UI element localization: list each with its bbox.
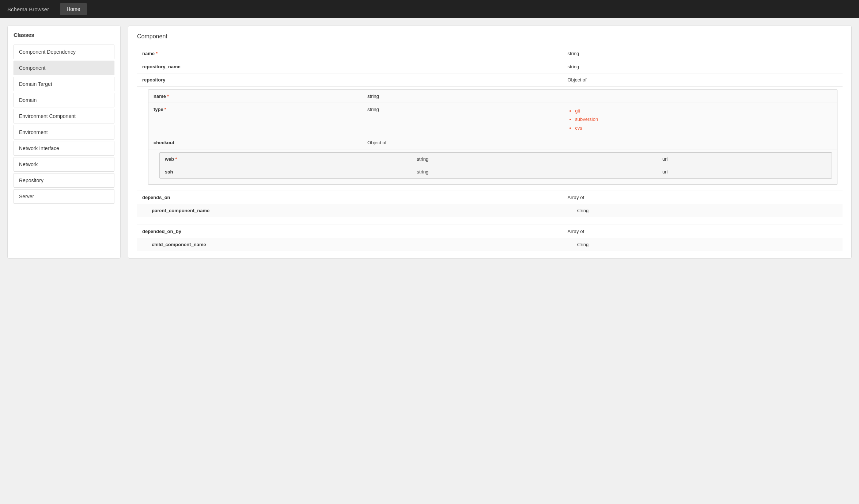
sidebar-item-component-dependency[interactable]: Component Dependency	[14, 45, 114, 59]
repo-field-name-checkout: checkout	[148, 136, 362, 149]
checkout-field-name-web: web*	[160, 153, 412, 165]
enum-item-subversion: subversion	[575, 115, 832, 123]
spacer-row-1	[137, 217, 843, 225]
field-row-repository: repository Object of	[137, 73, 843, 87]
depends-on-child-type: string	[563, 204, 734, 217]
checkout-field-extra-ssh: uri	[657, 165, 832, 178]
field-extra-name	[734, 47, 843, 60]
field-type-repository: Object of	[563, 73, 734, 87]
sidebar-item-server[interactable]: Server	[14, 189, 114, 204]
depends-on-child-name: parent_component_name	[137, 204, 563, 217]
repo-field-enum-type: git subversion cvs	[563, 103, 837, 136]
sidebar-item-domain-target[interactable]: Domain Target	[14, 77, 114, 91]
repository-nested-row: name* string type*	[137, 87, 843, 191]
field-extra-repository	[734, 73, 843, 87]
depended-on-by-child-type: string	[563, 238, 734, 251]
sidebar-item-domain[interactable]: Domain	[14, 93, 114, 107]
sidebar: Classes Component Dependency Component D…	[7, 26, 121, 259]
checkout-field-name-ssh: ssh	[160, 165, 412, 178]
field-type-depends-on: Array of	[563, 191, 734, 204]
checkout-nested-row: web* string uri	[148, 149, 837, 185]
sidebar-list: Component Dependency Component Domain Ta…	[14, 45, 114, 204]
checkout-field-row-ssh: ssh string uri	[160, 165, 832, 178]
repo-field-type-name: string	[362, 90, 563, 103]
enum-list-type: git subversion cvs	[568, 107, 832, 132]
repo-field-type-checkout: Object of	[362, 136, 563, 149]
content-panel: Component name* string repository_name s…	[128, 26, 852, 259]
field-type-depended-on-by: Array of	[563, 225, 734, 238]
repository-nested-table: name* string type*	[148, 90, 837, 184]
content-title: Component	[137, 33, 843, 40]
checkout-nested-table: web* string uri	[160, 153, 832, 178]
checkout-field-type-ssh: string	[412, 165, 657, 178]
field-row-name: name* string	[137, 47, 843, 60]
sidebar-item-environment-component[interactable]: Environment Component	[14, 109, 114, 123]
enum-item-cvs: cvs	[575, 124, 832, 132]
checkout-field-type-web: string	[412, 153, 657, 165]
repository-nested-container: name* string type*	[148, 89, 837, 185]
main-layout: Classes Component Dependency Component D…	[0, 18, 859, 266]
field-extra-repository-name	[734, 60, 843, 73]
sidebar-item-network[interactable]: Network	[14, 157, 114, 172]
field-type-name: string	[563, 47, 734, 60]
field-name-repository-name: repository_name	[137, 60, 563, 73]
sidebar-item-repository[interactable]: Repository	[14, 173, 114, 188]
header: Schema Browser Home	[0, 0, 859, 18]
repo-field-type-type: string	[362, 103, 563, 136]
repo-field-row-checkout: checkout Object of	[148, 136, 837, 149]
field-row-repository-name: repository_name string	[137, 60, 843, 73]
schema-table: name* string repository_name string repo…	[137, 47, 843, 251]
depended-on-by-child-row: child_component_name string	[137, 238, 843, 251]
repo-field-name-type: type*	[148, 103, 362, 136]
nav-home[interactable]: Home	[60, 3, 87, 15]
sidebar-item-component[interactable]: Component	[14, 61, 114, 75]
field-name-depends-on: depends_on	[137, 191, 563, 204]
field-name-depended-on-by: depended_on_by	[137, 225, 563, 238]
enum-item-git: git	[575, 107, 832, 115]
checkout-field-extra-web: uri	[657, 153, 832, 165]
field-row-depends-on: depends_on Array of	[137, 191, 843, 204]
sidebar-title: Classes	[14, 32, 114, 39]
depends-on-child-row: parent_component_name string	[137, 204, 843, 217]
field-type-repository-name: string	[563, 60, 734, 73]
sidebar-item-network-interface[interactable]: Network Interface	[14, 141, 114, 156]
app-brand: Schema Browser	[7, 6, 49, 12]
sidebar-item-environment[interactable]: Environment	[14, 125, 114, 140]
field-name-name: name*	[137, 47, 563, 60]
repo-field-row-type: type* string git subversion cvs	[148, 103, 837, 136]
field-name-repository: repository	[137, 73, 563, 87]
checkout-field-row-web: web* string uri	[160, 153, 832, 165]
repo-field-name-name: name*	[148, 90, 362, 103]
checkout-nested-container: web* string uri	[159, 152, 832, 179]
repo-field-row-name: name* string	[148, 90, 837, 103]
field-row-depended-on-by: depended_on_by Array of	[137, 225, 843, 238]
depended-on-by-child-name: child_component_name	[137, 238, 563, 251]
